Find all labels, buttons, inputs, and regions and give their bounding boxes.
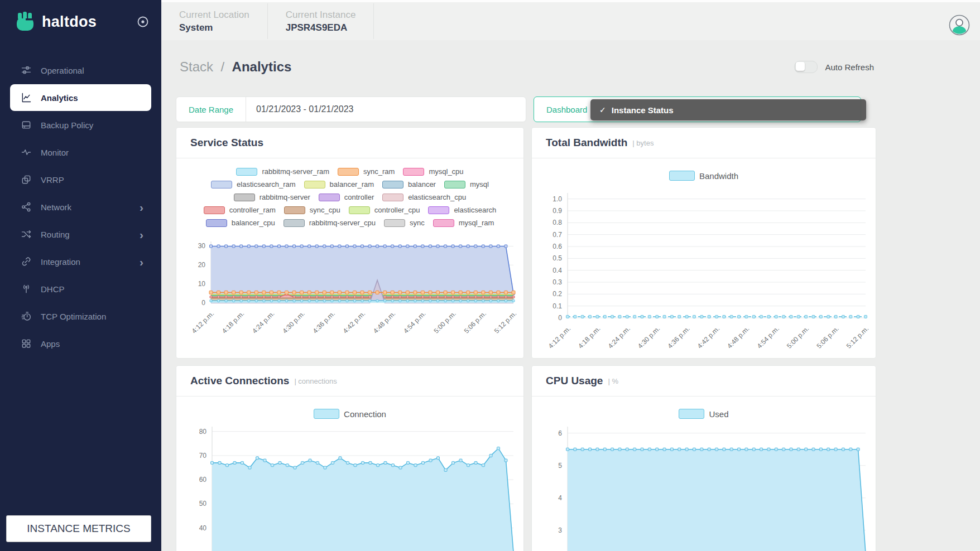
shuffle-icon bbox=[20, 228, 32, 240]
page-header-row: Stack / Analytics Auto Refresh bbox=[180, 59, 874, 75]
legend-item-sync[interactable]: sync bbox=[384, 219, 425, 227]
current-location-selector[interactable]: Current Location System bbox=[161, 9, 267, 33]
sidebar-item-monitor[interactable]: Monitor bbox=[10, 139, 151, 166]
stopwatch-icon bbox=[20, 310, 32, 322]
auto-refresh-control: Auto Refresh bbox=[794, 61, 874, 73]
sidebar-item-tcp-optimization[interactable]: TCP Optimization bbox=[10, 303, 151, 330]
legend-item-elasticsearch-ram[interactable]: elasticsearch_ram bbox=[211, 180, 296, 188]
svg-text:50: 50 bbox=[199, 500, 207, 508]
sidebar-item-operational[interactable]: Operational bbox=[10, 57, 151, 84]
legend-label: mysql_ram bbox=[459, 219, 494, 227]
sidebar-item-vrrp[interactable]: VRRP bbox=[10, 166, 151, 193]
legend-label: Bandwidth bbox=[699, 171, 738, 181]
legend-item-mysql-ram[interactable]: mysql_ram bbox=[433, 219, 494, 227]
legend-swatch bbox=[349, 206, 370, 214]
sidebar-item-label: DHCP bbox=[41, 284, 65, 294]
legend-item-controller-ram[interactable]: controller_ram bbox=[204, 206, 276, 214]
sidebar-item-apps[interactable]: Apps bbox=[10, 330, 151, 357]
link-icon bbox=[20, 255, 32, 268]
legend-swatch bbox=[403, 168, 424, 176]
legend-swatch bbox=[319, 194, 340, 201]
sidebar-item-integration[interactable]: Integration› bbox=[10, 248, 151, 275]
legend-item-rabbitmq-server-ram[interactable]: rabbitmq-server_ram bbox=[236, 167, 329, 176]
legend-swatch bbox=[384, 219, 405, 227]
chevron-right-icon: › bbox=[140, 201, 143, 213]
legend-swatch bbox=[204, 206, 225, 214]
panel-title: Total Bandwidth bbox=[546, 137, 627, 149]
sidebar-item-label: Apps bbox=[41, 339, 60, 349]
legend-item-mysql[interactable]: mysql bbox=[444, 180, 489, 188]
svg-text:0.6: 0.6 bbox=[553, 243, 562, 250]
legend-item-mysql-cpu[interactable]: mysql_cpu bbox=[403, 167, 463, 176]
legend-label: controller_cpu bbox=[374, 206, 420, 214]
legend-item-rabbitmq-server[interactable]: rabbitmq-server bbox=[234, 193, 310, 201]
legend-item-bandwidth[interactable]: Bandwidth bbox=[669, 171, 738, 181]
legend-item-used[interactable]: Used bbox=[679, 409, 728, 419]
svg-text:3: 3 bbox=[558, 526, 562, 534]
legend-label: sync_ram bbox=[363, 167, 395, 176]
sidebar-item-backup-policy[interactable]: Backup Policy bbox=[10, 112, 151, 138]
sidebar-item-label: Operational bbox=[41, 66, 84, 75]
legend-label: controller bbox=[344, 193, 374, 201]
chevron-right-icon: › bbox=[140, 256, 143, 268]
line-chart-icon bbox=[20, 91, 32, 104]
legend-item-balancer-cpu[interactable]: balancer_cpu bbox=[206, 219, 275, 227]
legend-swatch bbox=[382, 181, 403, 188]
legend-label: sync_cpu bbox=[310, 206, 340, 214]
sidebar-item-dhcp[interactable]: DHCP bbox=[10, 276, 151, 302]
legend-item-balancer[interactable]: balancer bbox=[382, 180, 436, 188]
svg-text:80: 80 bbox=[199, 428, 207, 436]
current-instance-label: Current Instance bbox=[286, 9, 356, 21]
user-avatar[interactable] bbox=[949, 14, 970, 36]
legend-swatch bbox=[284, 206, 305, 214]
sidebar-item-label: TCP Optimization bbox=[41, 312, 106, 321]
legend-item-controller[interactable]: controller bbox=[319, 193, 374, 201]
panel-unit: | % bbox=[608, 377, 618, 385]
service-status-chart: 30201004:12 p.m.4:18 p.m.4:24 p.m.4:30 p… bbox=[179, 235, 523, 349]
legend-swatch bbox=[314, 409, 339, 419]
svg-text:4:18 p.m.: 4:18 p.m. bbox=[220, 310, 246, 335]
chevron-right-icon: › bbox=[140, 229, 143, 240]
legend-item-elasticsearch[interactable]: elasticsearch bbox=[428, 206, 496, 214]
backup-disk-icon bbox=[20, 119, 32, 131]
main-content: Stack / Analytics Auto Refresh Date Rang… bbox=[161, 38, 980, 551]
auto-refresh-toggle[interactable] bbox=[794, 61, 818, 73]
svg-text:1.0: 1.0 bbox=[553, 195, 562, 203]
svg-text:0.2: 0.2 bbox=[553, 290, 562, 298]
legend-item-connection[interactable]: Connection bbox=[314, 409, 386, 419]
svg-text:0.4: 0.4 bbox=[553, 267, 562, 274]
date-range-label: Date Range bbox=[176, 105, 246, 114]
dropdown-option-instance-status[interactable]: Instance Status bbox=[612, 105, 674, 115]
sidebar-item-network[interactable]: Network› bbox=[10, 194, 151, 220]
svg-text:5:00 p.m.: 5:00 p.m. bbox=[432, 310, 457, 335]
legend-item-elasticsearch-cpu[interactable]: elasticsearch_cpu bbox=[382, 193, 466, 201]
focus-target-icon[interactable] bbox=[137, 16, 149, 28]
sidebar-item-routing[interactable]: Routing› bbox=[10, 221, 151, 248]
legend-label: sync bbox=[410, 219, 425, 227]
legend-item-controller-cpu[interactable]: controller_cpu bbox=[349, 206, 420, 214]
legend-item-sync-ram[interactable]: sync_ram bbox=[338, 167, 395, 176]
legend-swatch bbox=[428, 206, 449, 214]
svg-text:6: 6 bbox=[558, 429, 562, 437]
svg-text:0.8: 0.8 bbox=[553, 219, 562, 226]
legend-label: Connection bbox=[344, 409, 386, 419]
legend-item-balancer-ram[interactable]: balancer_ram bbox=[304, 180, 374, 188]
svg-text:4: 4 bbox=[558, 494, 562, 502]
svg-text:4:42 p.m.: 4:42 p.m. bbox=[696, 325, 721, 350]
legend-swatch bbox=[284, 219, 305, 227]
panel-unit: | bytes bbox=[632, 139, 654, 147]
legend-label: rabbitmq-server_ram bbox=[262, 167, 329, 176]
chart-legend: rabbitmq-server_ramsync_rammysql_cpuelas… bbox=[176, 167, 523, 227]
legend-item-sync-cpu[interactable]: sync_cpu bbox=[284, 206, 340, 214]
toggle-knob bbox=[796, 62, 805, 71]
legend-swatch bbox=[211, 181, 232, 188]
pulse-icon bbox=[20, 146, 32, 158]
legend-item-rabbitmq-server-cpu[interactable]: rabbitmq-server_cpu bbox=[284, 219, 376, 227]
sidebar-item-label: Network bbox=[41, 202, 71, 212]
svg-text:30: 30 bbox=[198, 242, 206, 250]
legend-row: rabbitmq-server_ramsync_rammysql_cpu bbox=[236, 167, 463, 176]
current-instance-selector[interactable]: Current Instance JPSR4S9EDA bbox=[268, 9, 374, 33]
sidebar-item-analytics[interactable]: Analytics bbox=[10, 84, 151, 111]
date-range-picker[interactable]: Date Range 01/21/2023 - 01/21/2023 bbox=[176, 96, 526, 122]
breadcrumb-parent[interactable]: Stack bbox=[180, 59, 213, 74]
